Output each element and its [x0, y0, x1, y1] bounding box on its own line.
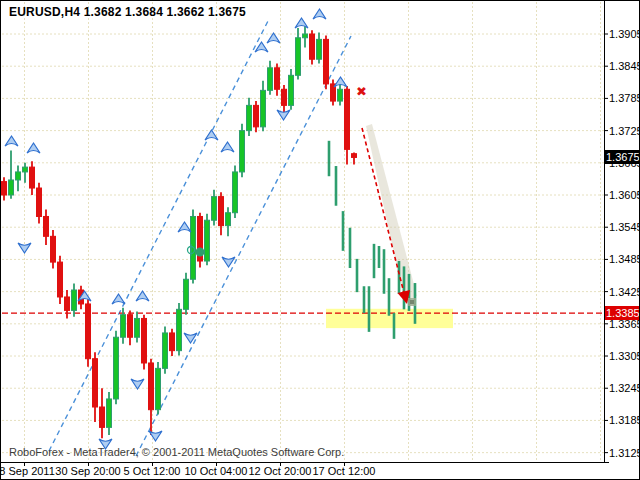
fractal-up-icon: [313, 9, 326, 19]
time-axis-label: 10 Oct 04:00: [185, 465, 248, 477]
candle-body: [240, 131, 245, 172]
candle-body: [317, 39, 322, 59]
candle-body: [65, 297, 70, 310]
candle-body: [233, 172, 238, 213]
candle-body: [268, 68, 273, 91]
price-axis-label: 1.3845: [609, 60, 640, 72]
time-axis-label: 17 Oct 12:00: [313, 465, 376, 477]
fractal-up-icon: [136, 291, 149, 301]
candle-body: [303, 34, 308, 38]
candle-body: [163, 333, 168, 368]
candle-body: [177, 309, 182, 350]
fractal-up-icon: [27, 143, 40, 153]
candle-body: [121, 315, 126, 338]
price-axis-label: 1.3185: [609, 414, 640, 426]
fractal-down-icon: [222, 257, 235, 267]
candle-body: [107, 399, 112, 427]
candle-body: [9, 180, 14, 195]
fractal-down-icon: [149, 431, 162, 441]
price-axis-label: 1.3785: [609, 92, 640, 104]
current-price-badge: 1.3675: [605, 150, 640, 164]
candle-body: [170, 333, 175, 351]
candle-body: [184, 279, 189, 309]
price-axis-label: 1.3425: [609, 286, 640, 298]
candle-body: [23, 167, 28, 172]
price-axis-label: 1.3305: [609, 350, 640, 362]
candle-body: [44, 216, 49, 236]
candle-body: [212, 197, 217, 221]
candle-body: [100, 407, 105, 427]
copyright-watermark: RoboForex - MetaTrader4, © 2001-2011 Met…: [9, 446, 344, 458]
candle-body: [254, 105, 259, 126]
candle-body: [16, 172, 21, 180]
candle-body: [247, 105, 252, 130]
candle-body: [289, 75, 294, 105]
time-axis-label: 28 Sep 2011: [0, 465, 55, 477]
fractal-up-icon: [112, 294, 125, 304]
candle-body: [135, 318, 140, 337]
candle-body: [142, 318, 147, 363]
price-axis-label: 1.3485: [609, 253, 640, 265]
candle-body: [128, 315, 133, 338]
candle-body: [282, 89, 287, 105]
candle-body: [2, 182, 7, 195]
candle-body: [58, 262, 63, 297]
candle-body: [114, 337, 119, 399]
candle-body: [72, 290, 77, 310]
time-axis-label: 5 Oct 12:00: [124, 465, 181, 477]
candle-body: [30, 167, 35, 188]
fractal-down-icon: [131, 379, 144, 389]
candle-body: [149, 363, 154, 410]
chart-plot-area[interactable]: ✖: [1, 1, 640, 480]
fractal-up-icon: [295, 18, 308, 28]
alert-price-badge: 1.3385: [605, 306, 640, 320]
fractal-down-icon: [18, 243, 31, 253]
candle-body: [345, 89, 350, 149]
price-axis-label: 1.3905: [609, 28, 640, 40]
candle-body: [93, 359, 98, 407]
price-axis-label: 1.3245: [609, 382, 640, 394]
candle-body: [275, 68, 280, 89]
trend-channel-line: [136, 36, 351, 456]
fractal-up-icon: [5, 136, 18, 146]
price-axis-label: 1.3725: [609, 125, 640, 137]
fractal-up-icon: [221, 142, 234, 152]
price-axis-label: 1.3545: [609, 221, 640, 233]
entry-dot: [196, 248, 205, 257]
mt4-chart-window: ✖ EURUSD,H4 1.3682 1.3684 1.3662 1.3675 …: [0, 0, 640, 480]
time-axis-label: 30 Sep 20:00: [55, 465, 120, 477]
candle-body: [86, 304, 91, 359]
candle-body: [352, 154, 357, 158]
candle-body: [219, 197, 224, 226]
candle-body: [156, 368, 161, 409]
fractal-up-icon: [255, 42, 268, 52]
candle-body: [338, 89, 343, 101]
candle-body: [261, 90, 266, 126]
candle-body: [226, 213, 231, 226]
candle-body: [37, 188, 42, 216]
price-axis-label: 1.3605: [609, 189, 640, 201]
candle-body: [310, 34, 315, 59]
chart-title: EURUSD,H4 1.3682 1.3684 1.3662 1.3675: [9, 5, 246, 19]
reject-x-icon: ✖: [356, 84, 367, 99]
arrow-tip-marker-inner: [410, 300, 414, 304]
candle-body: [205, 220, 210, 261]
candle-body: [51, 236, 56, 262]
candle-body: [324, 39, 329, 84]
candle-body: [296, 38, 301, 76]
price-axis-label: 1.3125: [609, 447, 640, 459]
time-axis-label: 12 Oct 20:00: [249, 465, 312, 477]
